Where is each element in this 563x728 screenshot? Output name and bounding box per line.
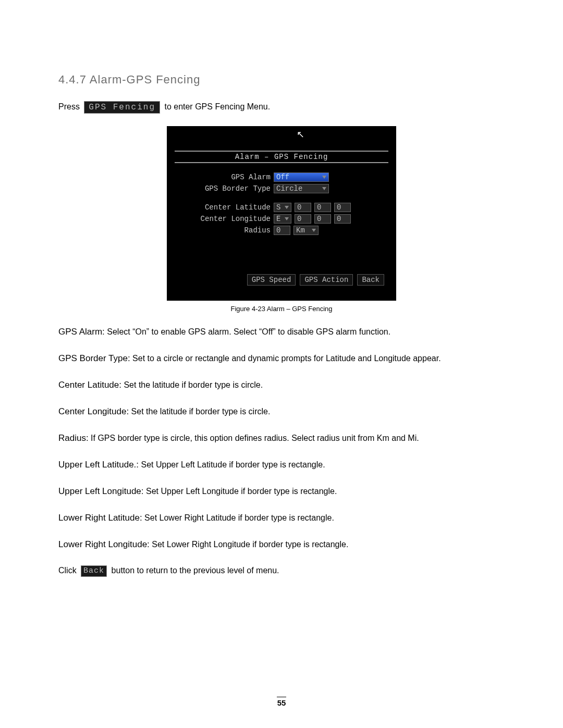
back-button[interactable]: Back [357, 274, 384, 286]
input-lat-deg[interactable]: 0 [295, 203, 311, 212]
select-border-type-value: Circle [276, 184, 302, 193]
def-upper-left-latitude: Upper Left Latitude.: Set Upper Left Lat… [58, 459, 505, 471]
text-gps-alarm: Select “On” to enable GPS alarm. Select … [105, 327, 390, 336]
input-lon-min[interactable]: 0 [314, 214, 331, 224]
def-lower-right-longitude: Lower Right Longitude: Set Lower Right L… [58, 539, 505, 551]
text-radius: If GPS border type is circle, this optio… [89, 434, 419, 442]
text-lr-lat: Set Lower Right Latitude if border type … [142, 513, 334, 522]
label-border-type: GPS Border Type [175, 184, 274, 193]
def-gps-alarm: GPS Alarm: Select “On” to enable GPS ala… [58, 326, 505, 338]
osd-title: Alarm – GPS Fencing [175, 151, 388, 163]
text-ul-lat: Set Upper Left Latitude if border type i… [139, 460, 325, 469]
radius-unit-value: Km [296, 226, 305, 235]
osd-body: GPS Alarm Off GPS Border Type Circle C [175, 171, 388, 236]
figure-wrapper: ↖ Alarm – GPS Fencing GPS Alarm Off GPS … [58, 126, 505, 313]
text-border-type: Set to a circle or rectangle and dynamic… [130, 354, 441, 363]
chevron-down-icon [322, 187, 326, 190]
row-border-type: GPS Border Type Circle [175, 183, 388, 194]
select-gps-alarm[interactable]: Off [274, 172, 329, 182]
osd-footer: GPS Speed GPS Action Back [247, 274, 384, 286]
label-center-latitude: Center Latitude [175, 203, 274, 212]
gps-fencing-button-chip: GPS Fencing [84, 101, 160, 114]
def-center-latitude: Center Latitude: Set the latitude if bor… [58, 379, 505, 391]
definitions: GPS Alarm: Select “On” to enable GPS ala… [58, 326, 505, 577]
section-heading: 4.4.7 Alarm-GPS Fencing [58, 73, 505, 87]
text-center-latitude: Set the latitude if border type is circl… [121, 380, 263, 389]
back-button-chip: Back [81, 565, 107, 577]
def-border-type: GPS Border Type: Set to a circle or rect… [58, 353, 505, 365]
select-radius-unit[interactable]: Km [293, 226, 319, 235]
gps-action-button[interactable]: GPS Action [300, 274, 353, 286]
page-number: 55 [0, 697, 563, 707]
term-center-latitude: Center Latitude: [58, 380, 121, 390]
row-gps-alarm: GPS Alarm Off [175, 171, 388, 183]
text-center-longitude: Set the latitude if border type is circl… [129, 407, 270, 416]
term-lr-lat: Lower Right Latitude: [58, 513, 142, 523]
cursor-icon: ↖ [297, 129, 304, 140]
page: { "heading": "4.4.7 Alarm-GPS Fencing", … [0, 0, 563, 728]
row-radius: Radius 0 Km [175, 225, 388, 236]
figure-caption: Figure 4-23 Alarm – GPS Fencing [58, 305, 505, 313]
input-lon-deg[interactable]: 0 [295, 214, 311, 224]
chevron-down-icon [312, 229, 316, 232]
term-ul-lon: Upper Left Longitude: [58, 486, 144, 496]
chevron-down-icon [285, 217, 289, 220]
input-radius[interactable]: 0 [274, 226, 290, 235]
text-lr-lon: Set Lower Right Longitude if border type… [150, 540, 349, 549]
press-prefix: Press [58, 102, 80, 111]
click-prefix: Click [58, 566, 79, 575]
chevron-down-icon [322, 176, 326, 179]
def-center-longitude: Center Longitude: Set the latitude if bo… [58, 406, 505, 418]
press-suffix: to enter GPS Fencing Menu. [164, 102, 270, 111]
term-ul-lat: Upper Left Latitude.: [58, 460, 139, 470]
label-center-longitude: Center Longitude [175, 215, 274, 223]
lat-hemi-value: S [276, 203, 280, 212]
chevron-down-icon [285, 206, 289, 209]
gps-speed-button[interactable]: GPS Speed [247, 274, 296, 286]
input-lat-sec[interactable]: 0 [334, 203, 351, 212]
label-radius: Radius [175, 226, 274, 235]
row-center-latitude: Center Latitude S 0 0 0 [175, 202, 388, 213]
term-lr-lon: Lower Right Longitude: [58, 539, 150, 549]
click-instruction: Click Back button to return to the previ… [58, 565, 505, 577]
input-lat-min[interactable]: 0 [314, 203, 331, 212]
select-border-type[interactable]: Circle [274, 184, 329, 193]
label-gps-alarm: GPS Alarm [175, 173, 274, 181]
press-instruction: Press GPS Fencing to enter GPS Fencing M… [58, 101, 505, 114]
select-lon-hemisphere[interactable]: E [274, 214, 291, 224]
row-center-longitude: Center Longitude E 0 0 0 [175, 213, 388, 225]
term-border-type: GPS Border Type: [58, 353, 130, 363]
click-suffix: button to return to the previous level o… [112, 566, 279, 575]
osd-screenshot: ↖ Alarm – GPS Fencing GPS Alarm Off GPS … [167, 126, 396, 301]
def-radius: Radius: If GPS border type is circle, th… [58, 433, 505, 445]
term-gps-alarm: GPS Alarm: [58, 327, 105, 337]
text-ul-lon: Set Upper Left Longitude if border type … [144, 487, 337, 496]
input-lon-sec[interactable]: 0 [334, 214, 351, 224]
lon-hemi-value: E [276, 215, 280, 223]
def-upper-left-longitude: Upper Left Longitude: Set Upper Left Lon… [58, 486, 505, 498]
term-center-longitude: Center Longitude: [58, 406, 129, 416]
select-lat-hemisphere[interactable]: S [274, 203, 291, 212]
select-gps-alarm-value: Off [276, 173, 289, 181]
def-lower-right-latitude: Lower Right Latitude: Set Lower Right La… [58, 512, 505, 524]
term-radius: Radius: [58, 433, 89, 443]
